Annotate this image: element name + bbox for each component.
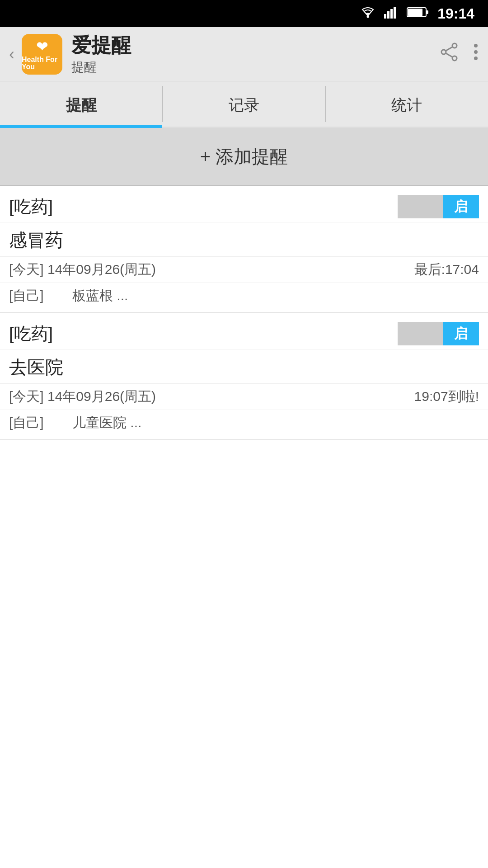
reminder-status-2: 19:07到啦! (414, 387, 479, 406)
svg-line-11 (446, 47, 452, 51)
content: + 添加提醒 [吃药] 启 感冒药 [今天] 14年09月26(周五) 最后:1… (0, 128, 488, 440)
reminder-item-2: [吃药] 启 去医院 [今天] 14年09月26(周五) 19:07到啦! [自… (0, 313, 488, 440)
toggle-area-2[interactable]: 启 (398, 322, 479, 345)
svg-rect-1 (384, 14, 386, 19)
svg-point-10 (452, 56, 457, 61)
reminder-person-row-1: [自己] 板蓝根 ... (0, 283, 488, 312)
tab-reminder[interactable]: 提醒 (0, 81, 162, 127)
toggle-off-2 (398, 322, 443, 345)
svg-rect-4 (394, 7, 396, 19)
svg-line-12 (446, 53, 452, 57)
more-icon[interactable] (473, 42, 479, 66)
svg-rect-3 (390, 9, 393, 19)
reminder-date-2: [今天] 14年09月26(周五) (9, 387, 414, 406)
toggle-button-1[interactable]: 启 (398, 195, 479, 218)
back-button[interactable]: ‹ (9, 45, 14, 64)
reminder-date-1: [今天] 14年09月26(周五) (9, 260, 414, 279)
svg-rect-2 (387, 11, 389, 19)
reminder-medicine-1: 板蓝根 ... (63, 287, 479, 305)
app-subtitle: 提醒 (71, 59, 439, 76)
toggle-button-2[interactable]: 启 (398, 322, 479, 345)
svg-rect-7 (426, 10, 428, 14)
signal-icon (384, 6, 399, 22)
reminder-name-2: 去医院 (0, 349, 488, 383)
status-bar: 19:14 (0, 0, 488, 27)
tabs: 提醒 记录 统计 (0, 81, 488, 128)
share-icon[interactable] (439, 42, 459, 66)
toggle-on-2[interactable]: 启 (443, 322, 479, 345)
toggle-off-1 (398, 195, 443, 218)
battery-icon (407, 6, 429, 21)
app-title-group: 爱提醒 提醒 (71, 32, 439, 76)
reminder-person-1: [自己] (9, 287, 63, 305)
reminder-type-2: [吃药] (9, 322, 398, 345)
reminder-name-1: 感冒药 (0, 222, 488, 256)
reminder-person-2: [自己] (9, 414, 63, 432)
app-logo: ❤ Health For You (22, 34, 62, 75)
app-title: 爱提醒 (71, 32, 439, 59)
tab-record[interactable]: 记录 (163, 81, 325, 127)
reminder-medicine-2: 儿童医院 ... (63, 414, 479, 432)
svg-point-14 (474, 50, 478, 54)
reminder-item: [吃药] 启 感冒药 [今天] 14年09月26(周五) 最后:17:04 [自… (0, 186, 488, 313)
svg-point-13 (474, 44, 478, 47)
status-time: 19:14 (437, 5, 474, 22)
app-bar: ‹ ❤ Health For You 爱提醒 提醒 (0, 27, 488, 81)
reminder-detail-row-2: [今天] 14年09月26(周五) 19:07到啦! (0, 383, 488, 410)
add-reminder-button[interactable]: + 添加提醒 (0, 128, 488, 186)
toggle-on-1[interactable]: 启 (443, 195, 479, 218)
reminder-detail-row-1: [今天] 14年09月26(周五) 最后:17:04 (0, 256, 488, 283)
reminder-person-row-2: [自己] 儿童医院 ... (0, 410, 488, 439)
tab-stats[interactable]: 统计 (326, 81, 488, 127)
svg-point-9 (441, 50, 446, 54)
wifi-icon (360, 6, 376, 22)
logo-text: Health For You (22, 56, 62, 71)
toggle-area-1[interactable]: 启 (398, 195, 479, 218)
logo-heart-icon: ❤ (36, 38, 48, 55)
reminder-header-2: [吃药] 启 (0, 313, 488, 349)
svg-rect-6 (408, 9, 422, 16)
svg-point-15 (474, 57, 478, 60)
svg-point-8 (452, 43, 457, 48)
reminder-type-1: [吃药] (9, 195, 398, 218)
app-bar-actions (439, 42, 479, 66)
reminder-header-1: [吃药] 启 (0, 186, 488, 222)
reminder-status-1: 最后:17:04 (414, 260, 479, 279)
svg-point-0 (367, 15, 369, 18)
